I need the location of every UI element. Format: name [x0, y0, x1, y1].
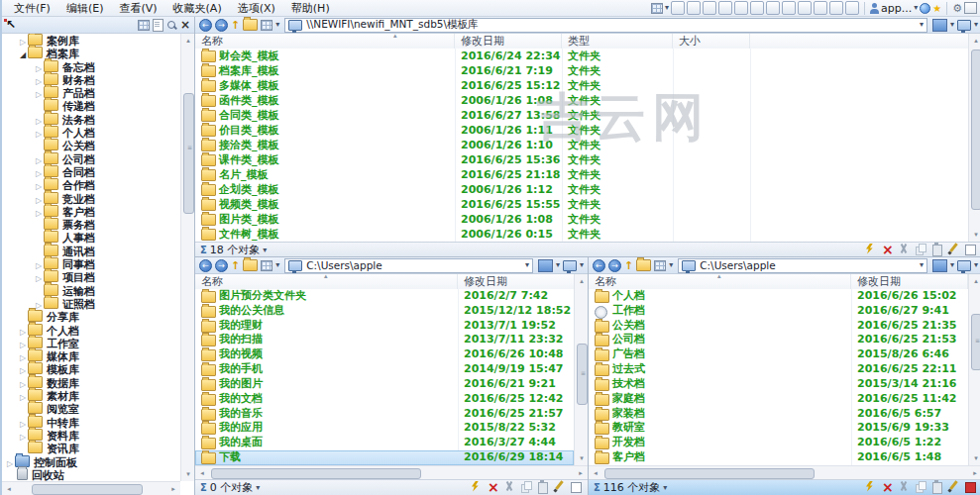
tree-item[interactable]: 财务档 — [2, 73, 180, 86]
copy-icon[interactable] — [914, 480, 926, 493]
file-row[interactable]: 公关档 2016/6/25 21:35 — [589, 319, 968, 334]
file-row[interactable]: 价目类_模板 2006/1/26 1:11 文件夹 — [195, 123, 968, 138]
pointer-icon[interactable] — [6, 18, 16, 32]
user-menu-label[interactable]: app... — [881, 2, 912, 15]
folder-up-button[interactable] — [243, 19, 258, 31]
scrollbar-thumb[interactable]: ≡ — [183, 93, 194, 214]
window-tab-button[interactable] — [671, 1, 685, 15]
file-row[interactable]: 我的应用 2015/8/22 5:32 — [195, 421, 574, 436]
computer-menu-caret[interactable] — [974, 20, 978, 30]
view-mode-button[interactable] — [261, 260, 272, 271]
scroll-right-icon[interactable]: ▸ — [574, 466, 588, 480]
copy-icon[interactable] — [519, 480, 532, 493]
window-tab-button[interactable] — [766, 1, 780, 15]
tree-item[interactable]: 档案库 — [2, 47, 180, 59]
scroll-left-icon[interactable]: ◂ — [195, 466, 209, 480]
scrollbar-thumb[interactable] — [604, 468, 815, 479]
file-row[interactable]: 我的桌面 2016/3/27 4:44 — [195, 436, 574, 450]
file-row[interactable]: 我的扫描 2013/7/11 23:32 — [195, 333, 574, 347]
menu-item[interactable]: 帮助(H) — [283, 0, 338, 17]
tree-item[interactable]: 产品档 — [2, 86, 180, 99]
close-icon[interactable] — [180, 18, 190, 32]
address-bar[interactable]: \\NEWIFI\newifi_MNT_sdb5\模板库 — [284, 18, 927, 33]
tree-vertical-scrollbar[interactable]: ▴ ≡ ▾ — [180, 34, 194, 481]
pane-layout-button[interactable] — [932, 259, 947, 272]
pane-layout-caret[interactable] — [950, 260, 954, 270]
vertical-scrollbar[interactable]: ▴ ≡ ▾ — [574, 274, 588, 465]
scroll-down-icon[interactable]: ▾ — [969, 228, 980, 242]
scroll-right-icon[interactable]: ▸ — [166, 482, 180, 495]
menu-item[interactable]: 选项(X) — [230, 0, 283, 17]
vertical-scrollbar[interactable]: ▴ ≡ ▾ — [968, 274, 980, 465]
column-header-date[interactable]: 修改日期 — [455, 34, 562, 49]
edit-icon[interactable] — [553, 480, 566, 493]
scroll-up-icon[interactable]: ▴ — [969, 274, 980, 288]
file-row[interactable]: 我的公关信息 2015/12/12 18:52 — [195, 304, 574, 319]
file-row[interactable]: 我的手机 2014/9/19 15:47 — [195, 362, 574, 377]
network-icon[interactable] — [920, 3, 930, 14]
file-row[interactable]: 图片类_模板 2006/1/26 1:08 文件夹 — [195, 212, 968, 227]
file-row[interactable]: 客户档 2016/6/5 1:48 — [589, 450, 968, 465]
window-icon[interactable] — [964, 480, 977, 493]
tab-layout-caret[interactable] — [665, 3, 669, 13]
window-tab-button[interactable] — [703, 1, 716, 15]
delete-icon[interactable] — [880, 243, 893, 255]
tree-item[interactable]: 运输档 — [2, 284, 180, 297]
file-row[interactable]: 我的音乐 2016/6/25 21:57 — [195, 407, 574, 422]
file-row[interactable]: 家庭档 2016/6/25 11:42 — [589, 392, 968, 407]
flash-icon[interactable] — [469, 480, 482, 493]
pane-layout-caret[interactable] — [950, 20, 954, 30]
window-icon[interactable] — [964, 2, 977, 14]
file-row[interactable]: 工作档 2016/6/27 9:41 — [589, 304, 968, 319]
edit-icon[interactable] — [947, 480, 960, 493]
tree-item[interactable]: 公司档 — [2, 152, 180, 165]
file-row[interactable]: 合同类_模板 2016/6/27 13:58 文件夹 — [195, 108, 968, 123]
pane-layout-button[interactable] — [932, 19, 947, 32]
scrollbar-thumb[interactable] — [971, 50, 980, 210]
count-dropdown-caret[interactable] — [663, 483, 667, 493]
tree-item[interactable]: 备忘档 — [2, 60, 180, 73]
edit-icon[interactable] — [947, 243, 960, 255]
menu-item[interactable]: 查看(V) — [111, 0, 164, 17]
window-tab-button[interactable] — [718, 1, 732, 15]
flash-icon[interactable] — [863, 480, 876, 493]
computer-menu-button[interactable] — [957, 260, 971, 271]
tree-item[interactable]: 通讯档 — [2, 245, 180, 257]
copy-icon[interactable] — [914, 243, 926, 255]
search-icon[interactable] — [166, 20, 177, 31]
tree-item[interactable]: 客户档 — [2, 205, 180, 218]
delete-icon[interactable] — [486, 480, 498, 493]
cut-icon[interactable] — [502, 480, 515, 493]
file-row[interactable]: 技术档 2015/3/14 21:16 — [589, 377, 968, 392]
column-header-type[interactable]: 类型 — [562, 34, 673, 49]
view-mode-button[interactable] — [654, 260, 666, 271]
new-document-icon[interactable] — [153, 19, 163, 32]
file-row[interactable]: 图片预分类文件夹 2016/2/7 7:42 — [195, 289, 574, 304]
column-header-date[interactable]: 修改日期 — [458, 274, 575, 289]
flash-icon[interactable] — [863, 243, 876, 255]
address-bar[interactable]: C:\Users\apple — [678, 258, 927, 273]
file-row[interactable]: 公司档 2016/6/25 21:53 — [589, 333, 968, 347]
forward-button[interactable] — [215, 259, 228, 272]
count-dropdown-caret[interactable] — [256, 483, 260, 493]
forward-button[interactable] — [608, 259, 621, 272]
address-dropdown-caret[interactable] — [920, 260, 924, 270]
view-mode-caret[interactable] — [669, 260, 673, 270]
column-header-size[interactable]: 大小 — [673, 34, 750, 49]
tree-item[interactable]: 个人档 — [2, 126, 180, 139]
paste-icon[interactable] — [536, 480, 549, 493]
top-vertical-scrollbar[interactable]: ▴ ▾ — [968, 34, 980, 242]
window-tab-button[interactable] — [687, 1, 701, 15]
tree-item[interactable]: 票务档 — [2, 218, 180, 231]
window-icon[interactable] — [570, 480, 583, 493]
scroll-right-icon[interactable]: ▸ — [968, 466, 980, 480]
paste-icon[interactable] — [930, 243, 943, 255]
pane-layout-button[interactable] — [538, 259, 553, 272]
pane-layout-caret[interactable] — [556, 260, 560, 270]
delete-icon[interactable] — [880, 480, 893, 493]
column-header-date[interactable]: 修改日期 — [851, 274, 968, 289]
cut-icon[interactable] — [897, 243, 910, 255]
scroll-left-icon[interactable]: ◂ — [2, 482, 16, 495]
file-row[interactable]: 视频类_模板 2016/6/25 15:55 文件夹 — [195, 197, 968, 212]
back-button[interactable] — [199, 19, 212, 32]
